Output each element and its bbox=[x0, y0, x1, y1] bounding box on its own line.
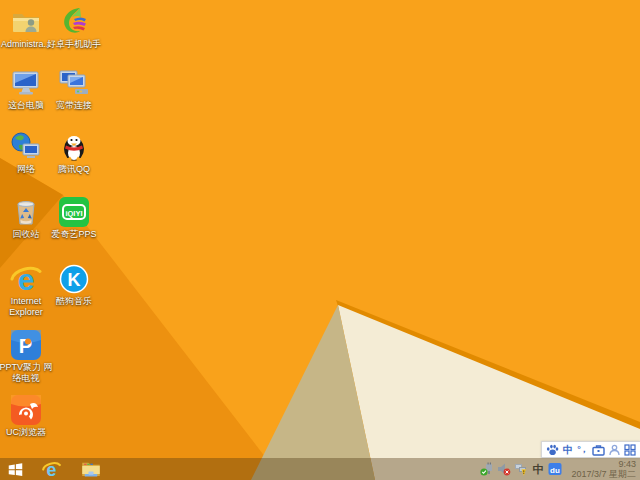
clock-date: 2017/3/7 星期二 bbox=[571, 469, 636, 479]
desktop-icon-label: PPTV聚力 网络电视 bbox=[0, 362, 55, 384]
safely-remove-hardware-icon[interactable] bbox=[480, 462, 494, 476]
kugou-icon: K bbox=[58, 263, 90, 295]
desktop-icon-label: 腾讯QQ bbox=[45, 164, 103, 175]
taskbar-clock[interactable]: 9:43 2017/3/7 星期二 bbox=[571, 459, 636, 479]
taskbar-ie-button[interactable]: e bbox=[37, 458, 65, 480]
recycle-bin-icon bbox=[10, 196, 42, 228]
clock-time: 9:43 bbox=[571, 459, 636, 469]
ime-punctuation-toggle[interactable]: °， bbox=[577, 442, 588, 457]
user-folder-icon bbox=[10, 6, 42, 38]
iqiyi-icon: iQIYI bbox=[58, 196, 90, 228]
desktop-icon-label: 爱奇艺PPS bbox=[45, 229, 103, 240]
desktop-icon-uc-browser[interactable]: UC浏览器 bbox=[0, 394, 55, 438]
svg-text:iQIYI: iQIYI bbox=[65, 209, 82, 218]
network-globe-icon bbox=[10, 131, 42, 163]
computer-icon bbox=[10, 67, 42, 99]
pptv-icon: P bbox=[10, 329, 42, 361]
uc-squirrel-icon bbox=[10, 394, 42, 426]
windows-logo-icon bbox=[8, 462, 23, 477]
desktop-icon-label: 宽带连接 bbox=[45, 100, 103, 111]
svg-text:K: K bbox=[68, 270, 81, 290]
svg-text:P: P bbox=[19, 335, 32, 357]
network-warning-icon[interactable] bbox=[514, 462, 528, 476]
desktop-icon-broadband[interactable]: 宽带连接 bbox=[45, 67, 103, 111]
taskbar-explorer-button[interactable] bbox=[77, 458, 105, 480]
phone-assistant-icon bbox=[58, 6, 90, 38]
ime-panel-grid-icon[interactable] bbox=[624, 442, 636, 457]
desktop-icon-pptv[interactable]: P PPTV聚力 网络电视 bbox=[0, 329, 55, 384]
ime-language-indicator[interactable]: 中 bbox=[531, 462, 545, 476]
volume-muted-icon[interactable] bbox=[497, 462, 511, 476]
system-tray: 中 du bbox=[480, 458, 562, 480]
baidu-ime-tray-icon[interactable]: du bbox=[548, 462, 562, 476]
desktop-icon-label: 酷狗音乐 bbox=[45, 296, 103, 307]
broadband-connection-icon bbox=[58, 67, 90, 99]
ime-toolbox-icon[interactable] bbox=[592, 442, 605, 457]
file-explorer-icon bbox=[81, 460, 101, 478]
ie-icon: e bbox=[10, 263, 42, 295]
baidu-paw-icon[interactable] bbox=[546, 442, 559, 457]
baidu-ime-language-bar: 中 °， bbox=[541, 441, 640, 458]
ie-icon: e bbox=[42, 460, 61, 479]
desktop-icon-label: UC浏览器 bbox=[0, 427, 55, 438]
start-button[interactable] bbox=[1, 458, 29, 480]
ime-user-icon[interactable] bbox=[609, 442, 620, 457]
desktop-icon-kugou-music[interactable]: K 酷狗音乐 bbox=[45, 263, 103, 307]
desktop-icon-haozhuo-assistant[interactable]: 好卓手机助手 bbox=[45, 6, 103, 50]
desktop-icon-iqiyi-pps[interactable]: iQIYI 爱奇艺PPS bbox=[45, 196, 103, 240]
desktop[interactable]: Administra... 好卓手机助手 这台电脑 bbox=[0, 0, 640, 480]
ime-mode-toggle[interactable]: 中 bbox=[563, 442, 573, 457]
desktop-icon-tencent-qq[interactable]: 腾讯QQ bbox=[45, 131, 103, 175]
qq-penguin-icon bbox=[58, 131, 90, 163]
svg-text:du: du bbox=[550, 466, 560, 475]
desktop-icon-label: 好卓手机助手 bbox=[45, 39, 103, 50]
taskbar: e bbox=[0, 458, 640, 480]
